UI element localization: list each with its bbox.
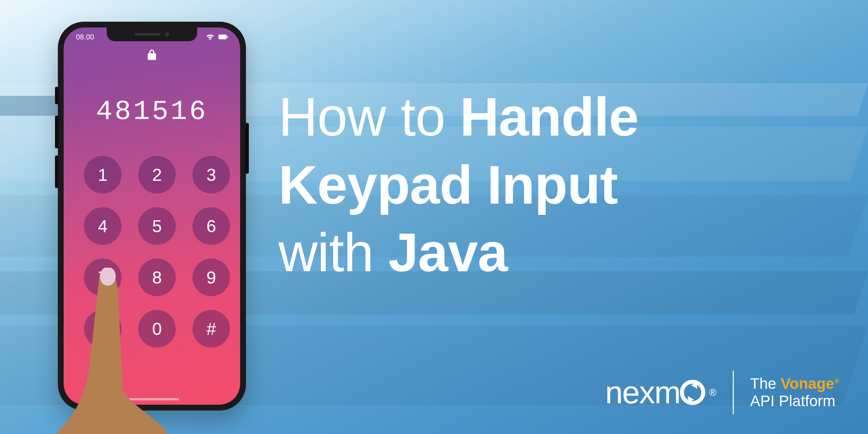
tagline-pre: The [750, 375, 780, 392]
keypad-key-5[interactable]: 5 [138, 207, 176, 245]
phone-volume-down [55, 156, 59, 188]
home-indicator [125, 398, 179, 400]
svg-rect-0 [218, 35, 226, 39]
status-time: 08.00 [76, 33, 94, 41]
headline-bold3: Java [388, 222, 507, 283]
nexmo-logo: nexm ® [605, 374, 716, 411]
brand-block: nexm ® The Vonage® API Platform [605, 371, 839, 414]
keypad-key-1[interactable]: 1 [84, 156, 122, 193]
phone-illustration: 08.00 481516 1 2 3 4 5 6 7 8 9 * [58, 22, 246, 410]
battery-icon [218, 34, 228, 40]
headline-part3: with [278, 222, 388, 283]
phone-power-button [245, 123, 249, 174]
status-bar: 08.00 [64, 32, 240, 42]
phone-mute-switch [55, 87, 59, 104]
lock-icon [147, 49, 157, 61]
keypad-key-4[interactable]: 4 [84, 207, 122, 245]
keypad-key-star[interactable]: * [84, 310, 122, 348]
headline-part1: How to [278, 86, 460, 147]
brand-tagline: The Vonage® API Platform [750, 375, 839, 410]
tagline-accent: Vonage [780, 375, 834, 392]
nexmo-o-icon [680, 380, 705, 405]
keypad-key-hash[interactable]: # [192, 310, 230, 348]
registered-mark: ® [709, 387, 716, 398]
headline: How to Handle Keypad Input with Java [278, 83, 839, 287]
nexmo-wordmark: nexm [605, 374, 680, 411]
phone-screen: 08.00 481516 1 2 3 4 5 6 7 8 9 * [64, 27, 240, 405]
tagline-reg: ® [834, 378, 839, 385]
logo-divider [733, 371, 734, 414]
keypad-key-2[interactable]: 2 [138, 156, 176, 193]
entered-digits: 481516 [64, 96, 240, 127]
keypad-key-7[interactable]: 7 [84, 259, 122, 296]
keypad: 1 2 3 4 5 6 7 8 9 * 0 # [64, 156, 240, 348]
keypad-key-3[interactable]: 3 [192, 156, 230, 193]
keypad-key-9[interactable]: 9 [192, 259, 230, 296]
tagline-line2: API Platform [750, 392, 839, 410]
keypad-key-0[interactable]: 0 [138, 310, 176, 348]
promo-banner: 08.00 481516 1 2 3 4 5 6 7 8 9 * [0, 0, 868, 434]
headline-bold1: Handle [460, 86, 639, 147]
phone-volume-up [55, 116, 59, 148]
svg-rect-1 [227, 36, 228, 38]
headline-bold2: Keypad Input [278, 151, 839, 219]
keypad-key-6[interactable]: 6 [192, 207, 230, 245]
keypad-key-8[interactable]: 8 [138, 259, 176, 296]
wifi-icon [205, 34, 215, 40]
